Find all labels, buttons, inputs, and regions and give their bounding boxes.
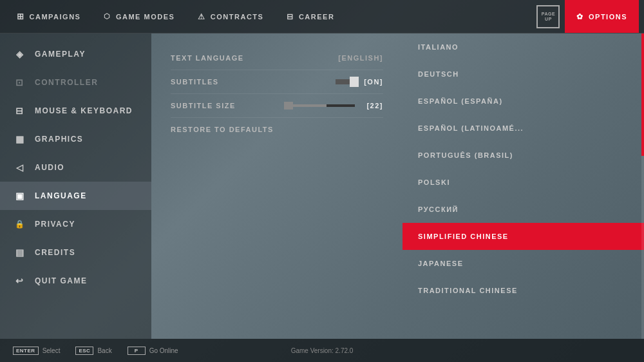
subtitle-size-slider[interactable] [284,104,355,107]
nav-contracts[interactable]: ⚠ CONTRACTS [186,0,275,33]
main-content: GAMEPLAY CONTROLLER MOUSE & KEYBOARD GRA… [0,33,644,339]
sidebar-item-language[interactable]: LANGUAGE [0,182,151,210]
credits-icon [13,245,27,260]
sidebar-item-graphics[interactable]: GRAPHICS [0,125,151,153]
setting-subtitle-size: SUBTITLE SIZE [22] [171,94,383,118]
nav-contracts-label: CONTRACTS [211,13,264,21]
lang-simplified-chinese-label: SIMPLIFIED CHINESE [418,233,509,240]
nav-career[interactable]: ⊟ CAREER [275,0,346,33]
lang-russian-label: РУССКИЙ [418,205,459,213]
hint-enter-label: Select [43,347,61,354]
audio-icon [13,160,27,175]
gameplay-icon [13,47,27,61]
lock-icon [13,217,27,231]
sidebar-item-privacy[interactable]: PRIVACY [0,210,151,238]
toggle-bar [336,79,359,84]
quit-icon [13,274,27,288]
sidebar-item-gameplay[interactable]: GAMEPLAY [0,40,151,68]
sidebar-quit-label: QUIT GAME [35,276,88,285]
sidebar-item-quit[interactable]: QUIT GAME [0,267,151,295]
lang-espanol-latino[interactable]: ESPAÑOL (LATINOAMÉ... [402,115,644,142]
sidebar-privacy-label: PRIVACY [35,220,75,229]
lang-deutsch-label: DEUTSCH [418,70,459,78]
sidebar-credits-label: CREDITS [35,248,75,257]
nav-campaigns[interactable]: ⊞ CAMPAIGNS [5,0,92,33]
sidebar-item-mouse[interactable]: MOUSE & KEYBOARD [0,97,151,125]
sidebar-item-audio[interactable]: AUDIO [0,153,151,182]
lang-russian[interactable]: РУССКИЙ [402,196,644,223]
sidebar: GAMEPLAY CONTROLLER MOUSE & KEYBOARD GRA… [0,33,151,339]
subtitles-toggle[interactable]: [ON] [336,78,383,86]
lang-polski[interactable]: POLSKI [402,169,644,196]
settings-panel: TEXT LANGUAGE [ENGLISH] SUBTITLES [ON] S… [151,33,402,339]
enter-key-badge: ENTER [13,347,39,355]
top-navigation: ⊞ CAMPAIGNS ⬡ GAME MODES ⚠ CONTRACTS ⊟ C… [0,0,644,33]
esc-key-badge: ESC [75,347,93,355]
sidebar-graphics-label: GRAPHICS [35,135,83,144]
hint-esc-label: Back [97,347,111,354]
controller-icon [13,75,27,90]
setting-text-language: TEXT LANGUAGE [ENGLISH] [171,46,383,70]
sidebar-item-credits[interactable]: CREDITS [0,238,151,267]
nav-career-label: CAREER [299,13,334,21]
lang-japanese[interactable]: JAPANESE [402,250,644,277]
grid-icon: ⊞ [17,12,25,21]
language-list: ITALIANO DEUTSCH ESPAÑOL (ESPAÑA) ESPAÑO… [402,33,644,339]
lang-espanol-espana-label: ESPAÑOL (ESPAÑA) [418,97,503,105]
setting-subtitles: SUBTITLES [ON] [171,70,383,94]
lang-portugues-label: PORTUGUÊS (BRASIL) [418,151,513,159]
text-language-value: [ENGLISH] [338,54,383,62]
nav-gamemodes-label: GAME MODES [116,13,175,21]
subtitles-value: [ON] [364,78,383,86]
lang-traditional-chinese-label: TRADITIONAL CHINESE [418,287,518,294]
lang-italiano[interactable]: ITALIANO [402,33,644,61]
nav-options-label: OPTIONS [589,13,627,21]
subtitle-size-value: [22] [366,102,383,110]
restore-defaults-button[interactable]: RESTORE TO DEFAULTS [171,118,383,141]
hint-p-label: Go Online [149,347,178,354]
sidebar-controller-label: CONTROLLER [35,78,98,87]
nav-options[interactable]: ✿ OPTIONS [565,0,639,33]
mouse-icon [13,104,27,118]
subtitle-size-label: SUBTITLE SIZE [171,102,284,110]
page-up-label: PAGEUP [542,12,555,21]
p-key-badge: P [128,347,146,355]
sidebar-mouse-label: MOUSE & KEYBOARD [35,106,133,115]
subtitles-label: SUBTITLES [171,78,336,86]
lang-polski-label: POLSKI [418,178,450,186]
gear-icon: ✿ [576,12,584,21]
version-text: Game Version: 2.72.0 [291,347,354,354]
lang-japanese-label: JAPANESE [418,260,463,267]
hint-esc: ESC Back [75,347,111,355]
hint-enter: ENTER Select [13,347,60,355]
nav-campaigns-label: CAMPAIGNS [30,13,81,21]
sidebar-language-label: LANGUAGE [35,191,87,200]
lang-espanol-latino-label: ESPAÑOL (LATINOAMÉ... [418,124,524,132]
lang-traditional-chinese[interactable]: TRADITIONAL CHINESE [402,277,644,304]
career-icon: ⊟ [287,12,294,21]
language-icon [13,189,27,203]
sidebar-audio-label: AUDIO [35,163,64,172]
bottom-bar: ENTER Select ESC Back P Go Online Game V… [0,339,644,362]
sidebar-item-controller[interactable]: CONTROLLER [0,68,151,97]
lang-simplified-chinese[interactable]: SIMPLIFIED CHINESE [402,223,644,250]
scrollbar-thumb [641,33,644,156]
hexagon-icon: ⬡ [104,12,111,21]
scrollbar[interactable] [641,33,644,339]
warning-icon: ⚠ [198,12,206,21]
page-up-button[interactable]: PAGEUP [536,5,560,28]
lang-italiano-label: ITALIANO [418,43,459,51]
nav-gamemodes[interactable]: ⬡ GAME MODES [92,0,186,33]
graphics-icon [13,132,27,146]
text-language-label: TEXT LANGUAGE [171,54,338,62]
restore-label: RESTORE TO DEFAULTS [171,126,274,133]
lang-espanol-espana[interactable]: ESPAÑOL (ESPAÑA) [402,88,644,115]
sidebar-gameplay-label: GAMEPLAY [35,50,86,59]
lang-portugues[interactable]: PORTUGUÊS (BRASIL) [402,142,644,169]
lang-deutsch[interactable]: DEUTSCH [402,61,644,88]
hint-p: P Go Online [128,347,178,355]
subtitle-size-control[interactable]: [22] [284,102,383,110]
